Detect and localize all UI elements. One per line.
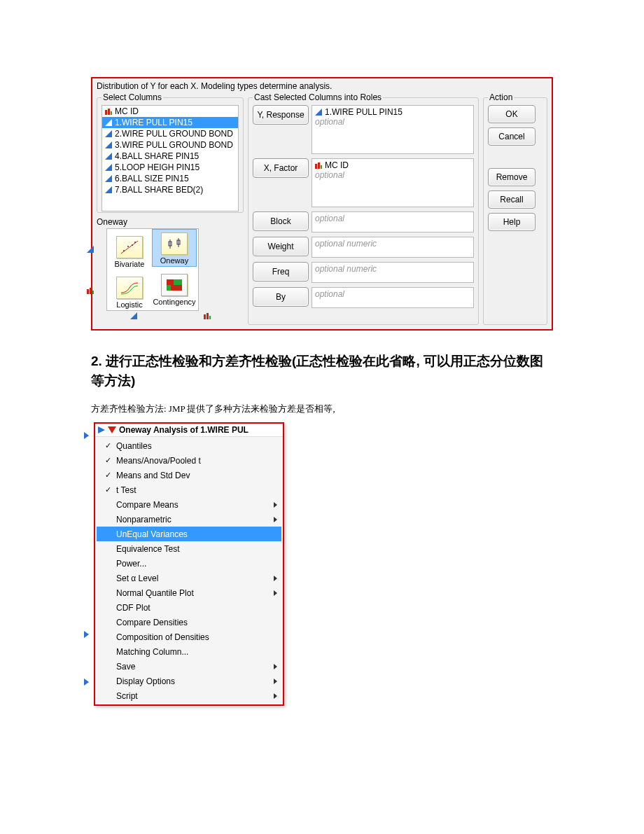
menu-item-label: Means and Std Dev [113, 471, 272, 480]
column-item[interactable]: 4.BALL SHARE PIN15 [102, 151, 238, 162]
column-item[interactable]: MC ID [102, 106, 238, 117]
menu-item[interactable]: CDF Plot [97, 600, 281, 615]
continuous-icon [87, 246, 94, 253]
nominal-icon [204, 312, 211, 319]
menu-item-label: Script [113, 691, 272, 701]
menu-title: Oneway Analysis of 1.WIRE PUL [119, 425, 248, 435]
svg-rect-2 [111, 111, 112, 115]
column-item[interactable]: 2.WIRE PULL GROUND BOND [102, 128, 238, 139]
by-button[interactable]: By [253, 287, 309, 307]
help-button[interactable]: Help [488, 213, 536, 231]
nominal-icon [315, 162, 322, 169]
column-item[interactable]: 5.LOOP HEIGH PIN15 [102, 162, 238, 173]
menu-item-label: Means/Anova/Pooled t [113, 456, 272, 466]
menu-item[interactable]: Nonparametric [97, 512, 281, 527]
dialog-description: Distribution of Y for each X. Modeling t… [97, 81, 547, 92]
disclosure-triangle-icon[interactable] [84, 432, 89, 439]
continuous-icon [105, 186, 112, 193]
continuous-icon [315, 109, 322, 116]
column-label: 6.BALL SIZE PIN15 [115, 174, 189, 183]
block-box[interactable]: optional [312, 211, 474, 232]
section-heading: 2. 进行正态性检验和方差齐性检验(正态性检验在此省略, 可以用正态分位数图等方… [91, 352, 553, 390]
weight-button[interactable]: Weight [253, 237, 309, 256]
oneway-title: Oneway [97, 217, 244, 227]
menu-title-row[interactable]: Oneway Analysis of 1.WIRE PUL [95, 424, 283, 437]
oneway-cell[interactable]: Oneway [152, 229, 197, 267]
menu-item[interactable]: Compare Densities [97, 615, 281, 630]
menu-item[interactable]: Display Options [97, 674, 281, 688]
contingency-icon [161, 274, 188, 296]
svg-rect-26 [171, 285, 182, 291]
svg-point-16 [127, 246, 129, 247]
menu-item-label: Display Options [113, 676, 272, 686]
menu-item[interactable]: Compare Means [97, 497, 281, 512]
menu-item-label: Normal Quantile Plot [113, 588, 272, 598]
cancel-button[interactable]: Cancel [488, 127, 536, 146]
menu-item[interactable]: UnEqual Variances [97, 527, 281, 541]
oneway-context-menu: Oneway Analysis of 1.WIRE PUL ✓Quantiles… [94, 422, 284, 706]
body-text: 方差齐性检验方法: JMP 提供了多种方法来检验方差是否相等, [91, 403, 553, 415]
logistic-cell[interactable]: Logistic [107, 270, 152, 310]
menu-item[interactable]: Save [97, 659, 281, 674]
menu-item[interactable]: Composition of Densities [97, 630, 281, 644]
nominal-icon [105, 108, 112, 115]
column-label: 7.BALL SHARE BED(2) [115, 185, 203, 195]
menu-item-label: Set α Level [113, 574, 272, 583]
disclosure-triangle-icon [98, 426, 105, 433]
svg-marker-31 [315, 109, 322, 116]
disclosure-triangle-icon[interactable] [84, 679, 89, 686]
menu-item[interactable]: Set α Level [97, 571, 281, 585]
block-button[interactable]: Block [253, 211, 309, 231]
cast-roles-label: Cast Selected Columns into Roles [253, 92, 383, 102]
check-icon: ✓ [102, 485, 113, 494]
recall-button[interactable]: Recall [488, 190, 536, 209]
continuous-icon [105, 130, 112, 137]
column-item[interactable]: 1.WIRE PULL PIN15 [102, 117, 238, 128]
svg-rect-24 [174, 279, 182, 285]
column-label: MC ID [115, 106, 139, 116]
action-label: Action [488, 92, 514, 102]
ok-button[interactable]: OK [488, 105, 536, 123]
by-box[interactable]: optional [312, 287, 474, 308]
svg-marker-4 [105, 130, 112, 137]
contingency-cell[interactable]: Contingency [152, 267, 197, 307]
check-icon: ✓ [102, 471, 113, 480]
continuous-icon [105, 164, 112, 171]
menu-item-label: Compare Means [113, 500, 272, 510]
column-list[interactable]: MC ID1.WIRE PULL PIN152.WIRE PULL GROUND… [102, 105, 239, 211]
menu-item-label: t Test [113, 485, 272, 495]
x-role-box[interactable]: MC ID optional [312, 158, 474, 207]
svg-marker-3 [105, 119, 112, 126]
svg-rect-33 [318, 162, 320, 169]
disclosure-triangle-icon[interactable] [84, 631, 89, 638]
continuous-icon [105, 153, 112, 160]
svg-marker-35 [98, 426, 105, 433]
menu-item-label: Quantiles [113, 441, 272, 451]
menu-list: ✓Quantiles✓Means/Anova/Pooled t✓Means an… [95, 437, 283, 704]
check-icon: ✓ [102, 441, 113, 450]
menu-item[interactable]: ✓Means and Std Dev [97, 468, 281, 482]
x-factor-button[interactable]: X, Factor [253, 158, 309, 178]
remove-button[interactable]: Remove [488, 168, 536, 186]
menu-item[interactable]: ✓Quantiles [97, 438, 281, 453]
menu-item[interactable]: Script [97, 688, 281, 703]
y-role-box[interactable]: 1.WIRE PULL PIN15 optional [312, 105, 474, 154]
freq-box[interactable]: optional numeric [312, 262, 474, 283]
weight-box[interactable]: optional numeric [312, 237, 474, 258]
svg-point-17 [132, 244, 133, 246]
menu-item[interactable]: Equivalence Test [97, 541, 281, 556]
menu-item[interactable]: ✓Means/Anova/Pooled t [97, 453, 281, 468]
menu-item[interactable]: Matching Column... [97, 644, 281, 659]
y-response-button[interactable]: Y, Response [253, 105, 309, 125]
svg-marker-6 [105, 153, 112, 160]
menu-item[interactable]: Normal Quantile Plot [97, 585, 281, 600]
nominal-icon [87, 287, 94, 294]
freq-button[interactable]: Freq [253, 262, 309, 282]
bivariate-cell[interactable]: Bivariate [107, 229, 152, 270]
column-item[interactable]: 3.WIRE PULL GROUND BOND [102, 139, 238, 151]
menu-item[interactable]: Power... [97, 556, 281, 571]
menu-item[interactable]: ✓t Test [97, 482, 281, 497]
svg-rect-25 [167, 285, 171, 291]
column-item[interactable]: 7.BALL SHARE BED(2) [102, 184, 238, 195]
column-item[interactable]: 6.BALL SIZE PIN15 [102, 173, 238, 184]
